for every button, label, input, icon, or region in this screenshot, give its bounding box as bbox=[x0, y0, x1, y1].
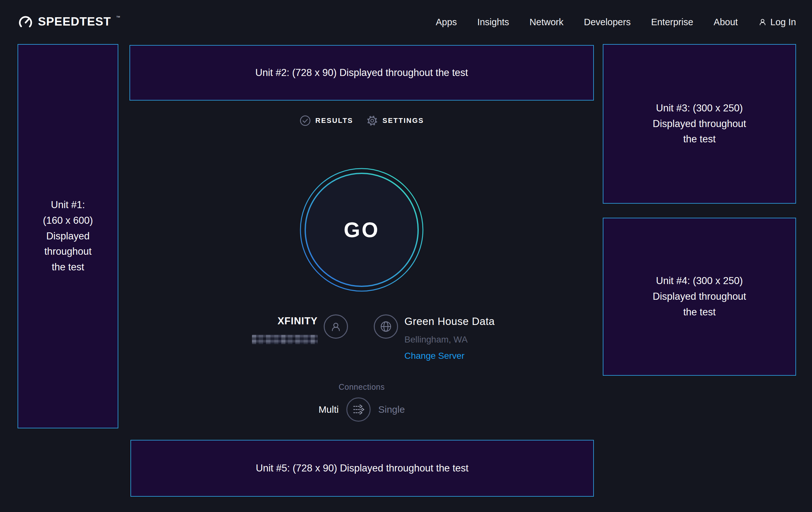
nav-item-apps[interactable]: Apps bbox=[436, 17, 457, 27]
globe-icon bbox=[379, 320, 393, 333]
ad-unit-1-text: Unit #1: (160 x 600) Displayed throughou… bbox=[43, 197, 93, 275]
ad-unit-4-text: Unit #4: (300 x 250) Displayed throughou… bbox=[653, 273, 746, 320]
nav-item-insights[interactable]: Insights bbox=[477, 17, 509, 27]
speedtest-logo[interactable]: SPEEDTEST ™ bbox=[18, 14, 120, 30]
logo-text: SPEEDTEST bbox=[38, 14, 111, 30]
ad-unit-3-text: Unit #3: (300 x 250) Displayed throughou… bbox=[653, 101, 746, 147]
server-info: Green House Data Bellingham, WA Change S… bbox=[404, 315, 495, 361]
top-nav: SPEEDTEST ™ Apps Insights Network Develo… bbox=[18, 0, 796, 44]
server-name: Green House Data bbox=[404, 315, 495, 328]
connections-single-option[interactable]: Single bbox=[378, 404, 405, 415]
server-globe bbox=[374, 315, 398, 339]
login-label: Log In bbox=[770, 17, 796, 27]
nav-menu: Apps Insights Network Developers Enterpr… bbox=[436, 17, 796, 27]
person-icon bbox=[329, 320, 342, 333]
multi-arrows-icon bbox=[351, 402, 366, 417]
nav-item-enterprise[interactable]: Enterprise bbox=[651, 17, 693, 27]
ad-unit-2-text: Unit #2: (728 x 90) Displayed throughout… bbox=[256, 65, 468, 81]
connections-toggle[interactable] bbox=[346, 397, 371, 422]
ad-unit-5-leaderboard: Unit #5: (728 x 90) Displayed throughout… bbox=[130, 440, 594, 497]
nav-item-login[interactable]: Log In bbox=[758, 17, 796, 27]
user-icon bbox=[758, 18, 767, 26]
isp-name: XFINITY bbox=[278, 315, 318, 327]
ad-unit-5-text: Unit #5: (728 x 90) Displayed throughout… bbox=[256, 461, 468, 476]
tab-settings[interactable]: SETTINGS bbox=[367, 115, 424, 127]
connections-label: Connections bbox=[129, 382, 594, 392]
trademark-mark: ™ bbox=[116, 15, 120, 20]
check-circle-icon bbox=[299, 115, 311, 127]
speedometer-icon bbox=[18, 15, 33, 30]
ad-unit-4-rectangle: Unit #4: (300 x 250) Displayed throughou… bbox=[603, 218, 796, 376]
ad-unit-1-skyscraper: Unit #1: (160 x 600) Displayed throughou… bbox=[18, 44, 118, 428]
go-button-label: GO bbox=[344, 218, 380, 242]
connections-multi-option[interactable]: Multi bbox=[319, 404, 339, 415]
nav-item-network[interactable]: Network bbox=[529, 17, 563, 27]
tab-settings-label: SETTINGS bbox=[382, 116, 424, 125]
tab-results-label: RESULTS bbox=[315, 116, 353, 125]
go-button[interactable]: GO bbox=[299, 168, 424, 292]
tab-results[interactable]: RESULTS bbox=[299, 115, 353, 127]
connections-toggle-row: Multi Single bbox=[129, 397, 594, 422]
censored-ip-blur bbox=[252, 335, 318, 344]
isp-avatar bbox=[324, 315, 348, 339]
view-tabs: RESULTS SETTINGS bbox=[129, 115, 594, 127]
gear-icon bbox=[367, 115, 378, 127]
change-server-link[interactable]: Change Server bbox=[404, 350, 495, 361]
nav-item-developers[interactable]: Developers bbox=[584, 17, 631, 27]
ad-unit-2-leaderboard: Unit #2: (728 x 90) Displayed throughout… bbox=[129, 45, 594, 101]
speedtest-page: SPEEDTEST ™ Apps Insights Network Develo… bbox=[0, 0, 812, 512]
nav-item-about[interactable]: About bbox=[714, 17, 738, 27]
server-location: Bellingham, WA bbox=[404, 334, 495, 345]
ad-unit-3-rectangle: Unit #3: (300 x 250) Displayed throughou… bbox=[603, 44, 796, 204]
